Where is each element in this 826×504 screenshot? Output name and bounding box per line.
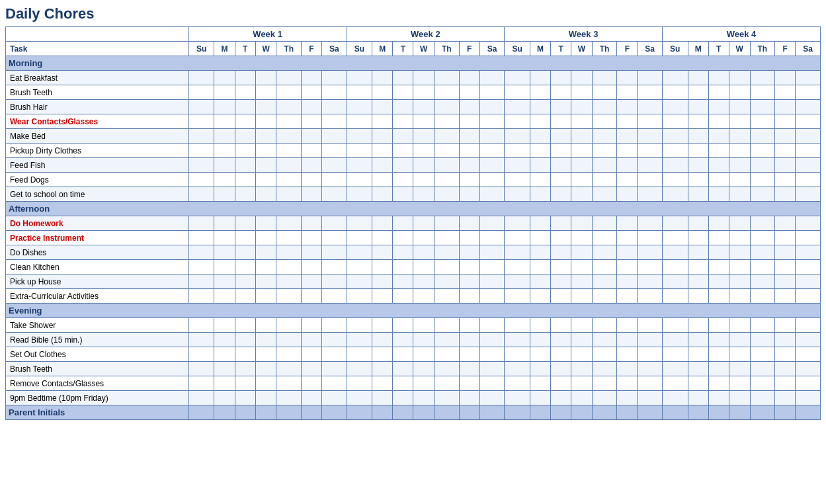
chore-cell[interactable] <box>617 158 638 173</box>
chore-cell[interactable] <box>750 274 774 289</box>
chore-cell[interactable] <box>571 260 593 274</box>
chore-cell[interactable] <box>729 245 750 260</box>
chore-cell[interactable] <box>347 71 372 85</box>
chore-cell[interactable] <box>638 71 663 85</box>
chore-cell[interactable] <box>638 216 663 231</box>
chore-cell[interactable] <box>551 318 571 333</box>
chore-cell[interactable] <box>301 216 321 231</box>
chore-cell[interactable] <box>571 71 593 85</box>
chore-cell[interactable] <box>372 85 393 100</box>
chore-cell[interactable] <box>188 362 214 376</box>
chore-cell[interactable] <box>592 85 616 100</box>
chore-cell[interactable] <box>393 231 413 245</box>
chore-cell[interactable] <box>796 245 821 260</box>
chore-cell[interactable] <box>750 187 774 202</box>
chore-cell[interactable] <box>372 376 393 391</box>
chore-cell[interactable] <box>276 173 301 187</box>
chore-cell[interactable] <box>551 100 571 114</box>
chore-cell[interactable] <box>729 376 750 391</box>
chore-cell[interactable] <box>255 144 276 158</box>
chore-cell[interactable] <box>276 362 301 376</box>
chore-cell[interactable] <box>571 362 593 376</box>
chore-cell[interactable] <box>434 85 459 100</box>
chore-cell[interactable] <box>530 144 550 158</box>
chore-cell[interactable] <box>393 362 413 376</box>
chore-cell[interactable] <box>347 231 372 245</box>
chore-cell[interactable] <box>617 245 638 260</box>
chore-cell[interactable] <box>551 391 571 405</box>
chore-cell[interactable] <box>393 347 413 362</box>
chore-cell[interactable] <box>708 100 729 114</box>
parent-initial-cell[interactable] <box>688 405 708 420</box>
chore-cell[interactable] <box>617 231 638 245</box>
chore-cell[interactable] <box>459 333 479 347</box>
chore-cell[interactable] <box>413 71 434 85</box>
chore-cell[interactable] <box>214 289 235 304</box>
chore-cell[interactable] <box>434 318 459 333</box>
chore-cell[interactable] <box>235 216 255 231</box>
chore-cell[interactable] <box>551 187 571 202</box>
chore-cell[interactable] <box>617 289 638 304</box>
chore-cell[interactable] <box>301 362 321 376</box>
chore-cell[interactable] <box>662 129 688 144</box>
chore-cell[interactable] <box>235 260 255 274</box>
chore-cell[interactable] <box>255 391 276 405</box>
chore-cell[interactable] <box>708 114 729 129</box>
chore-cell[interactable] <box>551 362 571 376</box>
chore-cell[interactable] <box>434 333 459 347</box>
chore-cell[interactable] <box>322 333 347 347</box>
chore-cell[interactable] <box>322 114 347 129</box>
chore-cell[interactable] <box>617 274 638 289</box>
chore-cell[interactable] <box>347 187 372 202</box>
chore-cell[interactable] <box>393 100 413 114</box>
chore-cell[interactable] <box>434 173 459 187</box>
chore-cell[interactable] <box>372 100 393 114</box>
chore-cell[interactable] <box>479 362 505 376</box>
chore-cell[interactable] <box>617 216 638 231</box>
chore-cell[interactable] <box>393 274 413 289</box>
chore-cell[interactable] <box>729 391 750 405</box>
chore-cell[interactable] <box>347 376 372 391</box>
chore-cell[interactable] <box>276 144 301 158</box>
chore-cell[interactable] <box>479 231 505 245</box>
chore-cell[interactable] <box>505 158 530 173</box>
chore-cell[interactable] <box>796 85 821 100</box>
chore-cell[interactable] <box>214 318 235 333</box>
chore-cell[interactable] <box>592 260 616 274</box>
chore-cell[interactable] <box>479 347 505 362</box>
chore-cell[interactable] <box>688 100 708 114</box>
chore-cell[interactable] <box>662 376 688 391</box>
chore-cell[interactable] <box>796 187 821 202</box>
chore-cell[interactable] <box>775 158 796 173</box>
chore-cell[interactable] <box>708 158 729 173</box>
chore-cell[interactable] <box>617 362 638 376</box>
chore-cell[interactable] <box>434 71 459 85</box>
parent-initial-cell[interactable] <box>276 405 301 420</box>
chore-cell[interactable] <box>729 231 750 245</box>
parent-initial-cell[interactable] <box>592 405 616 420</box>
chore-cell[interactable] <box>750 216 774 231</box>
chore-cell[interactable] <box>592 187 616 202</box>
chore-cell[interactable] <box>413 158 434 173</box>
chore-cell[interactable] <box>688 362 708 376</box>
chore-cell[interactable] <box>235 114 255 129</box>
chore-cell[interactable] <box>617 347 638 362</box>
parent-initial-cell[interactable] <box>393 405 413 420</box>
chore-cell[interactable] <box>505 85 530 100</box>
chore-cell[interactable] <box>505 144 530 158</box>
chore-cell[interactable] <box>708 362 729 376</box>
chore-cell[interactable] <box>708 173 729 187</box>
chore-cell[interactable] <box>393 245 413 260</box>
chore-cell[interactable] <box>322 260 347 274</box>
chore-cell[interactable] <box>571 333 593 347</box>
chore-cell[interactable] <box>551 114 571 129</box>
chore-cell[interactable] <box>255 173 276 187</box>
chore-cell[interactable] <box>459 129 479 144</box>
chore-cell[interactable] <box>688 289 708 304</box>
chore-cell[interactable] <box>413 85 434 100</box>
chore-cell[interactable] <box>413 274 434 289</box>
chore-cell[interactable] <box>688 231 708 245</box>
chore-cell[interactable] <box>434 144 459 158</box>
chore-cell[interactable] <box>255 362 276 376</box>
chore-cell[interactable] <box>393 260 413 274</box>
